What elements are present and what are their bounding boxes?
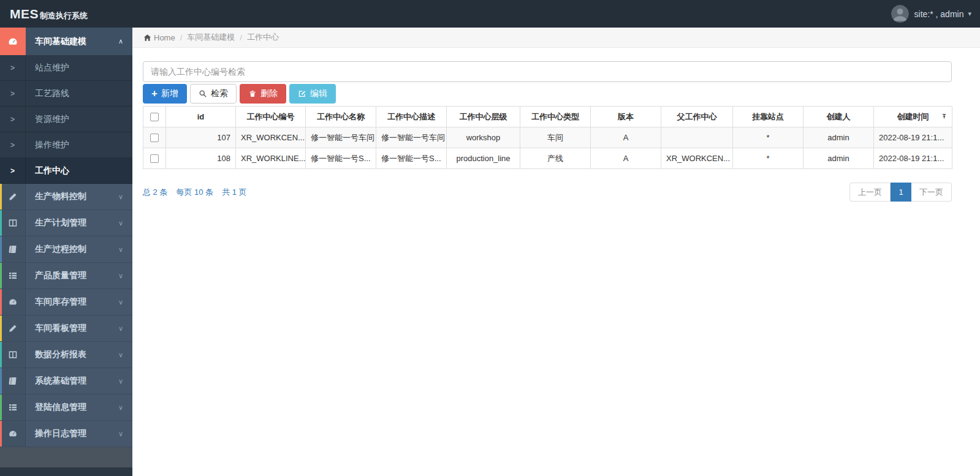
home-icon xyxy=(143,34,151,42)
sidebar-filler xyxy=(0,447,132,467)
plus-icon: + xyxy=(151,88,158,99)
breadcrumb-separator: / xyxy=(240,33,242,42)
col-header-type[interactable]: 工作中心类型 xyxy=(520,107,591,127)
sidebar-subitem-label: 工艺路线 xyxy=(35,88,69,99)
pagination-bar: 总 2 条 每页 10 条 共 1 页 上一页 1 下一页 xyxy=(143,183,952,202)
chevron-down-icon: ∨ xyxy=(118,351,123,359)
col-header-description[interactable]: 工作中心描述 xyxy=(376,107,447,127)
chevron-down-icon: ∨ xyxy=(118,325,123,333)
sidebar-item-label: 车间基础建模 xyxy=(35,36,86,47)
breadcrumb: Home / 车间基础建模 / 工作中心 xyxy=(132,28,980,48)
cell-creator: admin xyxy=(803,127,874,148)
cell-name: 修一智能一号车间 xyxy=(306,127,376,148)
search-button[interactable]: 检索 xyxy=(190,84,237,104)
pencil-icon xyxy=(0,184,26,210)
col-header-level[interactable]: 工作中心层级 xyxy=(447,107,520,127)
col-header-code[interactable]: 工作中心编号 xyxy=(236,107,306,127)
color-strip xyxy=(0,315,2,341)
edit-button[interactable]: 编辑 xyxy=(289,84,336,104)
app-logo: MES 制造执行系统 xyxy=(10,7,88,21)
pagination-total[interactable]: 总 2 条 xyxy=(143,187,167,198)
cell-version: A xyxy=(591,127,661,148)
sidebar-item-analytics-reports[interactable]: 数据分析报表 ∨ xyxy=(0,342,132,368)
chevron-right-icon: > xyxy=(0,81,26,106)
sidebar: 车间基础建模 ∧ > 站点维护 > 工艺路线 > 资源维护 > 操作维护 > 工… xyxy=(0,28,132,476)
columns-icon xyxy=(0,342,26,368)
col-header-parent[interactable]: 父工作中心 xyxy=(661,107,733,127)
sidebar-item-kanban-management[interactable]: 车间看板管理 ∨ xyxy=(0,315,132,342)
cell-id: 108 xyxy=(166,148,236,169)
search-icon xyxy=(199,89,207,98)
pagination-per-page[interactable]: 每页 10 条 xyxy=(176,187,213,198)
color-strip xyxy=(0,342,2,368)
cell-station: * xyxy=(733,127,803,148)
app-logo-mes: MES xyxy=(10,7,39,21)
table-row[interactable]: 108 XR_WORKLINE... 修一智能一号S... 修一智能一号S...… xyxy=(143,148,952,169)
color-strip xyxy=(0,210,2,236)
col-header-station[interactable]: 挂靠站点 xyxy=(733,107,803,127)
chevron-up-icon: ∧ xyxy=(118,37,123,45)
sidebar-subitem-work-center[interactable]: > 工作中心 xyxy=(0,158,132,184)
sidebar-item-label: 车间看板管理 xyxy=(35,323,86,334)
sidebar-item-login-info-management[interactable]: 登陆信息管理 ∨ xyxy=(0,395,132,421)
sidebar-item-label: 操作日志管理 xyxy=(35,428,86,439)
chevron-down-icon: ∨ xyxy=(118,430,123,438)
prev-page-button[interactable]: 上一页 xyxy=(849,183,891,202)
chevron-right-icon: > xyxy=(0,55,26,80)
sidebar-item-material-control[interactable]: 生产物料控制 ∨ xyxy=(0,184,132,210)
sidebar-item-plan-management[interactable]: 生产计划管理 ∨ xyxy=(0,210,132,236)
col-header-version[interactable]: 版本 xyxy=(591,107,661,127)
edit-icon xyxy=(298,89,306,98)
sidebar-item-workshop-modeling[interactable]: 车间基础建模 ∧ xyxy=(0,28,132,55)
sidebar-subitem-operation-maintenance[interactable]: > 操作维护 xyxy=(0,132,132,158)
cell-parent xyxy=(661,127,733,148)
color-strip xyxy=(0,289,2,315)
sidebar-item-label: 生产计划管理 xyxy=(35,217,86,229)
sidebar-item-system-management[interactable]: 系统基础管理 ∨ xyxy=(0,368,132,395)
pagination-page-count[interactable]: 共 1 页 xyxy=(222,187,246,198)
table-row[interactable]: 107 XR_WORKCEN... 修一智能一号车间 修一智能一号车间 work… xyxy=(143,127,952,148)
pencil-icon xyxy=(0,315,26,341)
cell-level: workshop xyxy=(447,127,520,148)
pin-icon[interactable] xyxy=(941,112,948,121)
col-header-created-time-label: 创建时间 xyxy=(897,112,929,121)
sidebar-item-label: 产品质量管理 xyxy=(35,270,86,281)
user-menu[interactable]: site:* , admin ▾ xyxy=(891,5,971,23)
row-checkbox[interactable] xyxy=(150,134,159,142)
trash-icon xyxy=(248,89,257,98)
cell-parent: XR_WORKCEN... xyxy=(661,148,733,169)
add-button[interactable]: + 新增 xyxy=(143,84,187,104)
select-all-checkbox[interactable] xyxy=(150,113,159,121)
sidebar-item-operation-log-management[interactable]: 操作日志管理 ∨ xyxy=(0,421,132,447)
sidebar-item-label: 数据分析报表 xyxy=(35,349,86,360)
cell-level: production_line xyxy=(447,148,520,169)
sidebar-submenu: > 站点维护 > 工艺路线 > 资源维护 > 操作维护 > 工作中心 xyxy=(0,55,132,184)
cell-creator: admin xyxy=(803,148,874,169)
sidebar-subitem-station-maintenance[interactable]: > 站点维护 xyxy=(0,55,132,81)
caret-down-icon: ▾ xyxy=(968,10,971,18)
next-page-button[interactable]: 下一页 xyxy=(911,183,952,202)
row-checkbox[interactable] xyxy=(150,154,159,163)
col-header-name[interactable]: 工作中心名称 xyxy=(306,107,376,127)
list-icon xyxy=(0,263,26,289)
chevron-right-icon: > xyxy=(0,107,26,132)
chevron-down-icon: ∨ xyxy=(118,219,123,227)
sidebar-item-label: 登陆信息管理 xyxy=(35,402,86,413)
col-header-creator[interactable]: 创建人 xyxy=(803,107,874,127)
sidebar-item-inventory-management[interactable]: 车间库存管理 ∨ xyxy=(0,289,132,315)
sidebar-item-quality-management[interactable]: 产品质量管理 ∨ xyxy=(0,263,132,289)
chevron-down-icon: ∨ xyxy=(118,404,123,412)
breadcrumb-separator: / xyxy=(180,33,183,42)
sidebar-subitem-resource-maintenance[interactable]: > 资源维护 xyxy=(0,107,132,132)
delete-button[interactable]: 删除 xyxy=(240,84,286,104)
cell-created-time: 2022-08-19 21:1... xyxy=(874,148,952,169)
col-header-id[interactable]: id xyxy=(166,107,236,127)
page-1-button[interactable]: 1 xyxy=(891,183,911,202)
sidebar-footer-area xyxy=(0,467,132,476)
breadcrumb-home[interactable]: Home xyxy=(154,33,175,42)
col-header-created-time[interactable]: 创建时间 xyxy=(874,107,952,127)
sidebar-subitem-process-route[interactable]: > 工艺路线 xyxy=(0,81,132,107)
breadcrumb-level1[interactable]: 车间基础建模 xyxy=(187,32,235,43)
work-center-search-input[interactable] xyxy=(143,61,952,82)
sidebar-item-process-control[interactable]: 生产过程控制 ∨ xyxy=(0,236,132,263)
